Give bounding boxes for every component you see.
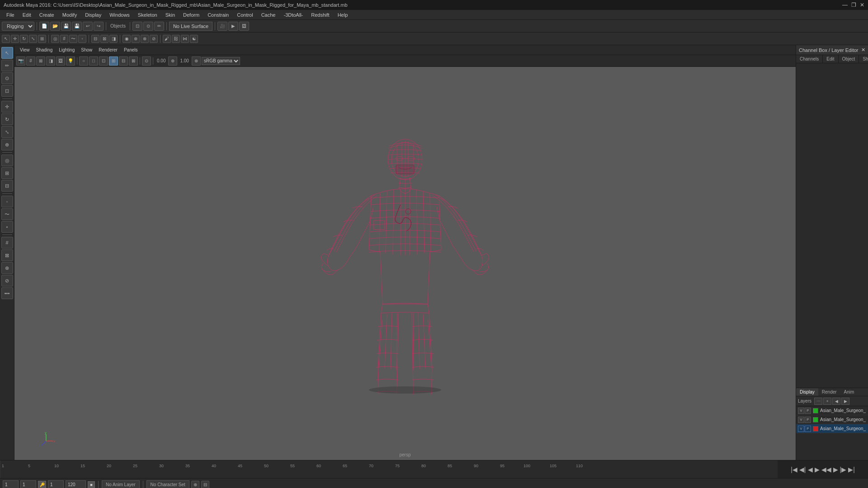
close-button[interactable]: ✕ [860, 2, 864, 8]
menu-create[interactable]: Create [36, 11, 58, 19]
restore-button[interactable]: ❐ [851, 2, 856, 8]
show-manip-btn[interactable]: ⊟ [1, 180, 13, 192]
vp-lights-btn[interactable]: 💡 [66, 56, 75, 66]
menu-3dtoall[interactable]: -3DtoAll- [280, 11, 307, 19]
rotate-tool-btn[interactable]: ↻ [20, 35, 28, 43]
layer-v-btn-3[interactable]: V [798, 426, 804, 432]
vp-wire-btn[interactable]: ⊠ [36, 56, 45, 66]
open-scene-btn[interactable]: 📂 [50, 22, 60, 31]
anim-layer-display[interactable]: No Anim Layer [102, 480, 140, 488]
grid-btn[interactable]: # [1, 237, 13, 249]
go-start-btn[interactable]: |◀ [791, 466, 797, 473]
menu-file[interactable]: File [3, 11, 18, 19]
move-tool-btn[interactable]: ✛ [11, 35, 19, 43]
main-viewport[interactable]: persp x y [14, 67, 796, 460]
move-btn[interactable]: ✛ [1, 101, 13, 113]
menu-display[interactable]: Display [81, 11, 105, 19]
vp-bounding-btn[interactable]: ⊡ [99, 56, 108, 66]
menu-help[interactable]: Help [334, 11, 352, 19]
vp-rough-btn[interactable]: ⊟ [119, 56, 128, 66]
layer-tab-anim[interactable]: Anim [840, 388, 858, 396]
menu-deform[interactable]: Deform [179, 11, 203, 19]
key-btn[interactable]: 🔑 [38, 481, 46, 488]
char-set-btn1[interactable]: ⊕ [191, 481, 199, 488]
menu-control[interactable]: Control [233, 11, 256, 19]
next-key-btn[interactable]: |▶ [840, 466, 847, 473]
menu-modify[interactable]: Modify [59, 11, 80, 19]
lasso-btn[interactable]: ⊙ [143, 22, 153, 31]
prev-key-btn[interactable]: ◀| [799, 466, 806, 473]
layer-tab-render[interactable]: Render [818, 388, 840, 396]
layer-v-btn-2[interactable]: V [798, 417, 804, 423]
vp-grid-btn[interactable]: # [26, 56, 35, 66]
color-mode-dropdown[interactable]: sRGB gamma [202, 57, 240, 65]
layer-prev-btn[interactable]: ◀ [832, 398, 840, 405]
surface-btn[interactable]: ⋆ [1, 221, 13, 233]
paint-btn[interactable]: ✏ [154, 22, 164, 31]
channel-tab-edit[interactable]: Edit [823, 55, 838, 63]
vp-smooth-btn[interactable]: ○ [79, 56, 88, 66]
ipr-btn[interactable]: ▶ [228, 22, 238, 31]
layer-v-btn-1[interactable]: V [798, 408, 804, 414]
frame-current-field[interactable] [20, 480, 36, 488]
scale-tool-btn[interactable]: ⤡ [29, 35, 37, 43]
layer-p-btn-1[interactable]: P [805, 408, 811, 414]
scale-btn[interactable]: ⤡ [1, 126, 13, 138]
timeline-bar[interactable]: 1 5 10 15 20 25 30 35 40 45 50 55 60 65 … [0, 460, 778, 478]
menu-skin[interactable]: Skin [162, 11, 179, 19]
marquee-btn[interactable]: ⊡ [1, 85, 13, 97]
deformer-btn[interactable]: ⊘ [150, 35, 158, 43]
select-tool-btn[interactable]: ↖ [2, 35, 10, 43]
blend-btn[interactable]: ⋈ [181, 35, 189, 43]
snap-btn[interactable]: ◦ [1, 196, 13, 207]
vp-flat-btn[interactable]: □ [89, 56, 98, 66]
ik-btn[interactable]: ⊕ [132, 35, 140, 43]
select-btn[interactable]: ⊡ [132, 22, 142, 31]
snap-point-btn[interactable]: ◦ [78, 35, 86, 43]
frame-start-field[interactable] [3, 480, 19, 488]
lasso-select-btn[interactable]: ⊙ [1, 72, 13, 84]
viewport-menu-renderer[interactable]: Renderer [96, 47, 120, 53]
mode-dropdown[interactable]: Rigging [2, 22, 34, 31]
viewport-menu-view[interactable]: View [17, 47, 33, 53]
play-btn[interactable]: ▶ [815, 466, 820, 473]
shaded-btn[interactable]: ◨ [109, 35, 118, 43]
wire-btn[interactable]: ⊠ [100, 35, 108, 43]
universal-btn[interactable]: ⊕ [1, 139, 13, 150]
layer-p-btn-2[interactable]: P [805, 417, 811, 423]
char-set-btn2[interactable]: ⊟ [201, 481, 209, 488]
viewport-menu-panels[interactable]: Panels [121, 47, 141, 53]
rotate-btn[interactable]: ↻ [1, 113, 13, 125]
window-controls[interactable]: — ❐ ✕ [842, 2, 864, 8]
paint-select-btn[interactable]: ✏ [1, 60, 13, 71]
save-scene-btn[interactable]: 💾 [61, 22, 71, 31]
save-as-btn[interactable]: 💾 [72, 22, 82, 31]
new-scene-btn[interactable]: 📄 [39, 22, 49, 31]
viewport-menu-shading[interactable]: Shading [33, 47, 56, 53]
viewport-menu-show[interactable]: Show [78, 47, 95, 53]
menu-constrain[interactable]: Constrain [204, 11, 232, 19]
layer-row-1[interactable]: V P Asian_Male_Surgeon_i [796, 406, 868, 415]
menu-skeleton[interactable]: Skeleton [134, 11, 161, 19]
sculpt-btn[interactable]: ⊞ [1, 167, 13, 179]
channel-tab-show[interactable]: Show [859, 55, 868, 63]
go-end-btn[interactable]: ▶| [848, 466, 855, 473]
layer-row-3[interactable]: V P Asian_Male_Surgeon_i [796, 424, 868, 433]
soft-mod-btn[interactable]: ◎ [1, 155, 13, 166]
channel-box-close[interactable]: ✕ [861, 47, 865, 53]
minimize-button[interactable]: — [842, 2, 848, 8]
render-settings-btn[interactable]: 🎥 [217, 22, 227, 31]
frame-range-field[interactable] [48, 480, 64, 488]
vp-shaded-btn[interactable]: ◨ [46, 56, 55, 66]
render-btn[interactable]: 🖼 [239, 22, 249, 31]
frame-indicator[interactable]: ■ [88, 481, 95, 488]
vp-isolate-btn[interactable]: ⊙ [142, 56, 151, 66]
rigging-btn[interactable]: ⛓ [172, 35, 180, 43]
joint-btn[interactable]: ◉ [123, 35, 131, 43]
layer-p-btn-3[interactable]: P [805, 426, 811, 432]
layer-options-btn[interactable]: ⋯ [814, 398, 822, 405]
layer-new-btn[interactable]: + [823, 398, 831, 405]
layer-row-2[interactable]: V P Asian_Male_Surgeon_i [796, 415, 868, 424]
rendering-btn2[interactable]: ⊘ [1, 275, 13, 286]
redo-btn[interactable]: ↪ [94, 22, 104, 31]
